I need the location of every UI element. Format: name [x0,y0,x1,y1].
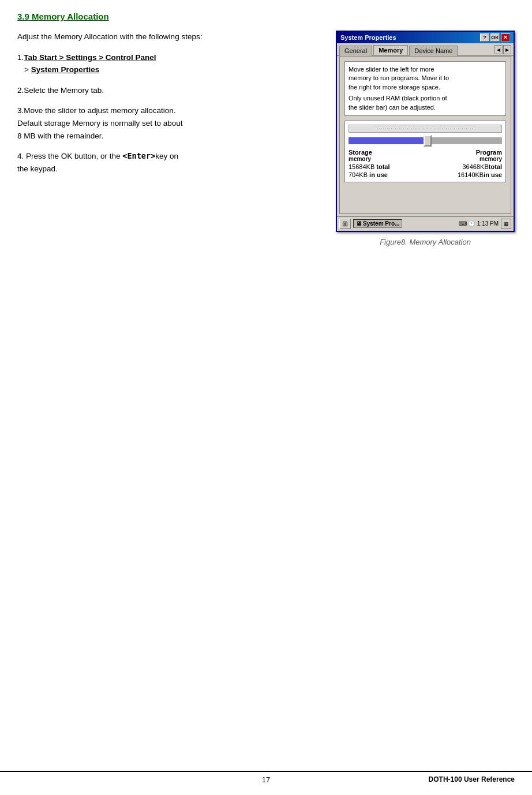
clock-icon: 🕐 [468,220,475,227]
taskbar-app-label: System Pro... [363,220,399,227]
inuse-memory-row: 704KB in use 16140KBin use [349,171,502,178]
memory-slider-section: ········································… [344,121,506,182]
slider-pattern-bar: ········································… [349,125,502,133]
titlebar-buttons: ? OK ✕ [480,33,510,42]
storage-inuse-value: 704KB [349,171,368,178]
total-memory-row: 15684KB total 36468KBtotal [349,163,502,170]
slider-thumb[interactable] [424,135,432,147]
tab-prev-button[interactable]: ◀ [494,45,503,54]
memory-description: Move slider to the left for more memory … [344,61,506,116]
start-flag-icon: ⊞ [342,220,348,228]
taskbar-time: 1:13 PM [477,220,499,227]
storage-inuse-label: in use [368,171,388,178]
dialog-taskbar: ⊞ 🖥 System Pro... ⌨ 🕐 1:13 PM ▦ [337,216,514,231]
storage-inuse-cell: 704KB in use [349,171,388,178]
tab-device-name[interactable]: Device Name [409,46,458,56]
program-inuse-label: in use [484,171,502,178]
page-footer: 17 DOTH-100 User Reference [0,771,532,783]
section-title: 3.9 Memory Allocation [17,12,515,21]
enter-key: <Enter> [122,151,155,160]
step1-number: 1. [17,53,24,62]
storage-header: Storage memory [349,149,372,162]
taskbar-app-button[interactable]: 🖥 System Pro... [353,219,402,228]
page-number: 17 [0,775,532,784]
tab-general[interactable]: General [339,46,372,56]
storage-label: Storage [349,149,372,156]
step1-indent: > System Properties [17,65,99,74]
slider-program-fill [428,137,502,144]
desc-line3: the right for more storage space. [349,83,502,92]
tab-nav-buttons: ◀ ▶ [494,45,511,55]
app-icon: 🖥 [356,220,362,227]
program-inuse-value: 16140KB [458,171,484,178]
taskbar-system-icons: ⌨ 🕐 [459,220,475,227]
storage-sublabel: memory [349,156,372,162]
program-total-label: total [489,163,502,170]
step1-system-props: System Properties [31,65,100,74]
desc-line2: memory to run programs. Move it to [349,74,502,82]
close-button[interactable]: ✕ [501,33,510,42]
page-content: 3.9 Memory Allocation Adjust the Memory … [0,0,532,258]
help-button[interactable]: ? [480,33,489,42]
system-properties-dialog: System Properties ? OK ✕ General Memory … [336,31,515,232]
program-label: Program [476,149,502,156]
dialog-column: System Properties ? OK ✕ General Memory … [336,31,515,246]
slider-column-headers: Storage memory Program memory [349,149,502,162]
tab-memory[interactable]: Memory [373,45,408,55]
desc-line6: the slider bar) can be adjusted. [349,103,502,112]
tab-next-button[interactable]: ▶ [503,45,511,54]
step1-main: Tab Start > Settings > Control Panel [24,53,156,62]
start-button[interactable]: ⊞ [339,219,351,229]
keyboard-icon: ⌨ [459,220,467,227]
program-total-value: 36468KB [463,163,489,170]
program-header: Program memory [476,149,502,162]
main-layout: Adjust the Memory Allocation with the fo… [17,31,515,246]
dialog-titlebar: System Properties ? OK ✕ [337,32,514,43]
taskbar-extra-button[interactable]: ▦ [501,219,511,229]
slider-storage-fill [349,137,428,144]
desc-line1: Move slider to the left for more [349,65,502,74]
intro-paragraph: Adjust the Memory Allocation with the fo… [17,31,319,43]
figure-caption: Figure8. Memory Allocation [336,238,515,246]
step4-paragraph: 4. Press the OK button, or the <Enter>ke… [17,150,319,175]
storage-total-cell: 15684KB total [349,163,390,170]
desc-line5: Only unused RAM (black portion of [349,94,502,103]
empty-space [344,186,506,209]
program-total-cell: 36468KBtotal [463,163,503,170]
taskbar-clock-area: ⌨ 🕐 1:13 PM ▦ [459,219,511,229]
ok-button[interactable]: OK [490,33,500,42]
dialog-tabs: General Memory Device Name ◀ ▶ [337,43,514,56]
storage-total-value: 15684KB [349,163,374,170]
step3-paragraph: 3.Move the slider to adjust memory alloc… [17,104,319,142]
dialog-title: System Properties [340,34,396,41]
slider-track[interactable] [349,135,502,147]
step1-paragraph: 1.GeneralTab Start > Settings > Control … [17,51,319,76]
step2-number: 2. [17,86,24,95]
program-inuse-cell: 16140KBin use [458,171,502,178]
text-column: Adjust the Memory Allocation with the fo… [17,31,319,183]
dialog-body: Move slider to the left for more memory … [339,56,511,214]
step2-paragraph: 2.Seletc the Memory tab. [17,84,319,97]
storage-total-label: total [374,163,389,170]
program-sublabel: memory [476,156,502,162]
